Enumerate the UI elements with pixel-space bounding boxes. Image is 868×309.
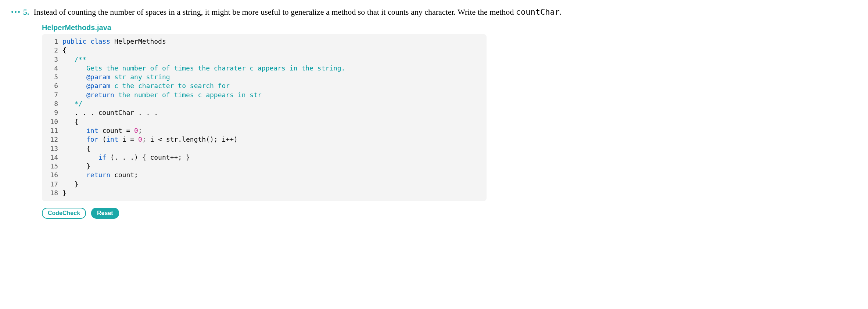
button-row: CodeCheck Reset — [42, 208, 857, 219]
code-content: } — [62, 189, 67, 197]
code-editor[interactable]: 1public class HelperMethods2{3 /**4 Gets… — [42, 34, 487, 201]
code-line: 17 } — [46, 180, 481, 189]
code-content: { — [62, 144, 90, 153]
code-line: 10 { — [46, 117, 481, 126]
code-line: 16 return count; — [46, 171, 481, 179]
difficulty-dots: ••• — [11, 8, 21, 17]
problem-header: ••• 5. Instead of counting the number of… — [11, 7, 857, 17]
code-content: /** — [62, 55, 86, 64]
line-number: 12 — [46, 135, 58, 144]
line-number: 14 — [46, 153, 58, 162]
code-content: . . . countChar . . . — [62, 108, 158, 117]
code-content: { — [62, 46, 67, 55]
line-number: 6 — [46, 81, 58, 90]
code-line: 11 int count = 0; — [46, 126, 481, 135]
code-content: @return the number of times c appears in… — [62, 91, 262, 99]
line-number: 4 — [46, 64, 58, 73]
reset-button[interactable]: Reset — [91, 208, 119, 219]
code-content: } — [62, 162, 90, 171]
codecheck-button[interactable]: CodeCheck — [42, 208, 86, 219]
code-content: { — [62, 117, 78, 126]
problem-prompt: Instead of counting the number of spaces… — [34, 7, 562, 17]
code-content: Gets the number of of times the charater… — [62, 64, 345, 73]
filename-label: HelperMethods.java — [42, 23, 857, 32]
line-number: 13 — [46, 144, 58, 153]
line-number: 9 — [46, 108, 58, 117]
code-content: */ — [62, 99, 82, 108]
code-content: @param str any string — [62, 73, 170, 81]
code-content: for (int i = 0; i < str.length(); i++) — [62, 135, 238, 144]
line-number: 8 — [46, 99, 58, 108]
code-line: 12 for (int i = 0; i < str.length(); i++… — [46, 135, 481, 144]
code-line: 18} — [46, 189, 481, 197]
code-line: 8 */ — [46, 99, 481, 108]
line-number: 18 — [46, 189, 58, 197]
line-number: 7 — [46, 91, 58, 99]
line-number: 17 — [46, 180, 58, 189]
code-line: 9 . . . countChar . . . — [46, 108, 481, 117]
code-content: if (. . .) { count++; } — [62, 153, 190, 162]
code-line: 4 Gets the number of of times the charat… — [46, 64, 481, 73]
code-content: int count = 0; — [62, 126, 142, 135]
code-content: @param c the character to search for — [62, 81, 230, 90]
code-line: 14 if (. . .) { count++; } — [46, 153, 481, 162]
line-number: 1 — [46, 37, 58, 46]
line-number: 16 — [46, 171, 58, 179]
prompt-prefix: Instead of counting the number of spaces… — [34, 7, 516, 17]
prompt-suffix: . — [560, 7, 562, 17]
line-number: 2 — [46, 46, 58, 55]
line-number: 5 — [46, 73, 58, 81]
code-line: 7 @return the number of times c appears … — [46, 91, 481, 99]
line-number: 15 — [46, 162, 58, 171]
code-content: public class HelperMethods — [62, 37, 166, 46]
line-number: 3 — [46, 55, 58, 64]
code-line: 1public class HelperMethods — [46, 37, 481, 46]
code-line: 6 @param c the character to search for — [46, 81, 481, 90]
code-line: 3 /** — [46, 55, 481, 64]
code-line: 2{ — [46, 46, 481, 55]
code-content: return count; — [62, 171, 138, 179]
line-number: 11 — [46, 126, 58, 135]
code-line: 15 } — [46, 162, 481, 171]
code-content: } — [62, 180, 78, 189]
code-line: 13 { — [46, 144, 481, 153]
line-number: 10 — [46, 117, 58, 126]
code-line: 5 @param str any string — [46, 73, 481, 81]
problem-number: 5. — [23, 7, 29, 17]
prompt-code-inline: countChar — [516, 7, 560, 17]
